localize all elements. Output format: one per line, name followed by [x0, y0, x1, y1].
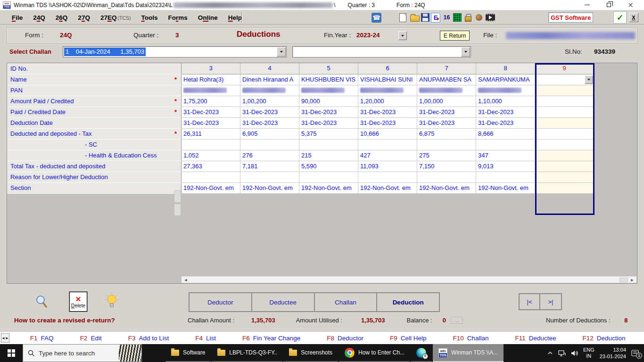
grid-cell[interactable]	[358, 140, 417, 150]
grid-cell[interactable]: 192-Non-Govt. em	[240, 183, 299, 194]
last-record-button[interactable]: >|	[540, 294, 561, 309]
minimize-button[interactable]	[576, 0, 598, 10]
grid-cell[interactable]: 31-Dec-2023	[299, 118, 358, 129]
grid-cell[interactable]	[535, 85, 594, 96]
grid-cell[interactable]: 31-Dec-2023	[358, 107, 417, 118]
confirm-button[interactable]: ✓	[613, 11, 627, 24]
fnkey-f11[interactable]: F11Deductee	[515, 334, 556, 342]
menu-online[interactable]: Online	[198, 14, 218, 21]
start-button[interactable]	[0, 344, 23, 362]
grid-cell[interactable]: 276	[240, 150, 299, 161]
fnkey-f12[interactable]: F12Deduction	[583, 334, 626, 342]
scroll-right-icon[interactable]: ►	[629, 277, 636, 283]
grid-cell[interactable]	[535, 118, 594, 129]
grid-cell[interactable]: 275	[417, 150, 476, 161]
grid-cell[interactable]	[417, 85, 476, 96]
secondary-combobox[interactable]	[292, 46, 471, 58]
menu-24q[interactable]: 24Q	[33, 14, 45, 21]
grid-cell[interactable]: 27,363	[182, 161, 240, 172]
taskbar-item-software[interactable]: Software	[165, 344, 211, 362]
menu-forms[interactable]: Forms	[168, 14, 187, 21]
taskbar-item-how-to-enter-ch[interactable]: How to Enter Ch...	[339, 344, 410, 362]
nav-button-deduction[interactable]: Deduction	[377, 293, 439, 311]
grid-cell[interactable]: 192-Non-Govt. em	[417, 183, 476, 194]
col-header-7[interactable]: 7	[417, 63, 476, 74]
grid-cell[interactable]	[476, 85, 535, 96]
menu-file[interactable]: File	[12, 14, 23, 21]
open-folder-icon[interactable]	[410, 16, 420, 22]
col-header-9[interactable]: 9	[535, 63, 594, 74]
taskbar-item-edge[interactable]	[411, 344, 432, 362]
font-16-icon[interactable]: 16	[442, 13, 452, 23]
grid-cell[interactable]: 7,181	[240, 161, 299, 172]
scrollbar-thumb[interactable]	[619, 278, 628, 282]
fnkey-f9[interactable]: F9Cell Help	[390, 334, 427, 342]
ink-icon[interactable]	[474, 13, 484, 23]
search-magnifier-icon[interactable]	[34, 294, 49, 312]
network-icon[interactable]	[558, 350, 566, 356]
grid-cell[interactable]: ANUPAMABEN SA	[417, 74, 476, 85]
grid-cell[interactable]: 31-Dec-2023	[417, 107, 476, 118]
gst-software-button[interactable]: GST Software	[548, 12, 593, 23]
grid-cell[interactable]: SAMARPANKUMA	[476, 74, 535, 85]
grid-cell[interactable]	[535, 129, 594, 140]
grid-cell[interactable]	[240, 140, 299, 150]
fnkey-f3[interactable]: F3Add to List	[128, 334, 169, 342]
revised-ereturn-help-link[interactable]: How to create a revised e-return?	[14, 317, 115, 324]
grid-cell[interactable]	[535, 96, 594, 107]
excel-icon[interactable]	[453, 13, 462, 22]
grid-cell[interactable]	[476, 140, 535, 150]
grid-cell[interactable]: 192-Non-Govt. em	[182, 183, 240, 194]
delete-button[interactable]: ✕ Delete	[69, 292, 87, 312]
grid-cell[interactable]	[299, 85, 358, 96]
grid-cell[interactable]: 6,875	[417, 129, 476, 140]
grid-cell[interactable]	[299, 172, 358, 183]
action-center-button[interactable]: 1	[631, 350, 641, 357]
col-header-4[interactable]: 4	[240, 63, 299, 74]
restore-button[interactable]	[598, 0, 619, 10]
grid-cell[interactable]: 1,20,000	[358, 96, 417, 107]
fnkey-f10[interactable]: F10Challan	[453, 334, 488, 342]
grid-cell[interactable]: 427	[358, 150, 417, 161]
grid-cell[interactable]: KHUSHBUBEN VIS	[299, 74, 358, 85]
grid-cell[interactable]	[299, 140, 358, 150]
save-icon[interactable]	[421, 13, 429, 22]
grid-cell[interactable]: 192-Non-Govt. em	[358, 183, 417, 194]
e-return-button[interactable]: E Return	[440, 31, 470, 41]
video-icon[interactable]	[486, 14, 495, 21]
taskbar-search[interactable]: Type here to search	[23, 344, 142, 362]
grid-cell[interactable]: Dinesh Hiranand A	[240, 74, 299, 85]
exit-button[interactable]: X	[629, 13, 638, 22]
grid-cell[interactable]	[417, 140, 476, 150]
taskbar-item-winman-tds-a[interactable]: winTDSWinman TDS \\A...	[433, 344, 504, 362]
first-record-button[interactable]: |<	[520, 294, 540, 309]
scroll-left-icon[interactable]: ◄	[1, 334, 5, 342]
scrollbar-thumb[interactable]	[174, 190, 181, 203]
grid-horizontal-scrollbar[interactable]: ◄ ►	[182, 276, 636, 283]
grid-cell[interactable]: 347	[476, 150, 535, 161]
fnkey-f1[interactable]: F1FAQ	[30, 334, 54, 342]
taskbar-item-lbpl-tds-q3-fy[interactable]: LBPL-TDS-Q3-FY...	[212, 344, 282, 362]
grid-cell[interactable]: 5,590	[299, 161, 358, 172]
col-header-8[interactable]: 8	[476, 63, 535, 74]
menu-27q[interactable]: 27Q	[78, 14, 90, 21]
tips-bulb-icon[interactable]	[104, 291, 120, 312]
grid-cell[interactable]: 31-Dec-2023	[476, 118, 535, 129]
menu-27eq[interactable]: 27EQ(TCS)	[100, 14, 131, 21]
grid-cell[interactable]: 31-Dec-2023	[299, 107, 358, 118]
new-file-icon[interactable]	[399, 13, 406, 22]
menu-tools[interactable]: Tools	[141, 14, 157, 21]
grid-cell[interactable]	[476, 172, 535, 183]
grid-cell[interactable]: 11,093	[358, 161, 417, 172]
grid-cell[interactable]: Hetal Rohra(3)	[182, 74, 240, 85]
grid-cell[interactable]: 8,666	[476, 129, 535, 140]
grid-cell[interactable]	[417, 172, 476, 183]
grid-cell[interactable]	[535, 107, 594, 118]
menu-26q[interactable]: 26Q	[56, 14, 68, 21]
scroll-left-icon[interactable]: ◄	[182, 277, 189, 283]
balance-more-button[interactable]: ...	[451, 317, 463, 324]
grid-cell[interactable]	[182, 85, 240, 96]
grid-cell[interactable]: 1,00,200	[240, 96, 299, 107]
nav-button-challan[interactable]: Challan	[315, 293, 378, 311]
grid-cell[interactable]	[535, 140, 594, 150]
